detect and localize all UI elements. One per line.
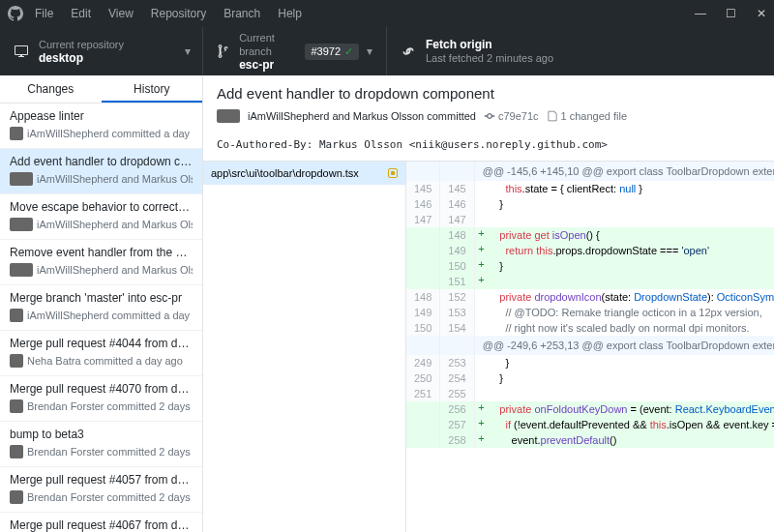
diff-line: } [488,355,774,370]
minimize-button[interactable]: — [695,7,704,20]
line-number-new: 258 [440,432,474,448]
line-number-new: 151 [440,274,474,289]
commit-item[interactable]: Merge branch 'master' into esc-priAmWill… [0,285,202,331]
commit-detail: Add event handler to dropdown component … [203,75,774,532]
commit-sha[interactable]: c79e71c [484,110,539,122]
repository-selector[interactable]: Current repository desktop ▾ [0,27,203,75]
line-number-new: 254 [440,370,474,386]
branch-icon [217,44,229,59]
line-number-new: 150 [440,258,474,274]
diff-line: } [488,258,774,274]
menu-view[interactable]: View [108,7,134,20]
commit-item-meta: Brendan Forster committed 2 days ago [27,491,193,503]
line-number-old: 150 [406,320,440,336]
commit-item[interactable]: Merge pull request #4070 from desktop/…B… [0,376,202,422]
menu-repository[interactable]: Repository [151,7,206,20]
commit-item-title: Merge pull request #4067 from desktop/… [10,518,193,532]
commit-item-title: Move escape behavior to correct compo… [10,200,193,214]
fetch-sub: Last fetched 2 minutes ago [426,51,553,65]
branch-name: esc-pr [239,58,297,72]
hunk-header: @@ -145,6 +145,10 @@ export class Toolba… [474,162,774,181]
line-number-old [406,227,440,243]
commit-item[interactable]: Merge pull request #4067 from desktop/…B… [0,513,202,532]
app-logo-icon [8,6,23,21]
line-number-new: 146 [440,196,474,212]
line-number-old: 148 [406,289,440,305]
modified-icon [388,168,398,178]
commit-item[interactable]: Appease linteriAmWillShepherd committed … [0,103,202,149]
line-number-old: 145 [406,181,440,196]
commit-item-title: Merge pull request #4057 from desktop/… [10,473,193,487]
pr-badge[interactable]: #3972✓ [305,44,359,60]
commit-item-title: Remove event handler from the branches… [10,246,193,259]
line-number-old: 147 [406,212,440,227]
diff-line: // right now it's scaled badly on normal… [488,320,774,336]
maximize-button[interactable]: ☐ [726,7,735,20]
line-number-new: 253 [440,355,474,370]
menu-file[interactable]: File [35,7,53,20]
sidebar: Changes History Appease linteriAmWillShe… [0,75,203,532]
diff-viewer[interactable]: @@ -145,6 +145,10 @@ export class Toolba… [406,162,774,532]
branch-selector[interactable]: Current branch esc-pr #3972✓ ▾ [203,27,387,75]
changed-file-list: app\src\ui\toolbar\dropdown.tsx [203,162,406,532]
line-number-new: 255 [440,386,474,401]
computer-icon [14,44,29,59]
line-number-new: 257 [440,417,474,432]
sync-icon [401,44,416,59]
commit-item-meta: Brendan Forster committed 2 days ago [27,400,193,412]
diff-line: private get isOpen() { [488,227,774,243]
commit-item[interactable]: Merge pull request #4057 from desktop/…B… [0,467,202,513]
commit-title: Add event handler to dropdown component [217,85,760,102]
changed-files[interactable]: 1 changed file [547,110,628,122]
line-number-new: 256 [440,401,474,417]
commit-item-meta: iAmWillShepherd and Markus Olsson co… [37,219,193,230]
window-controls: — ☐ ✕ [695,7,766,20]
line-number-old [406,401,440,417]
close-button[interactable]: ✕ [757,7,766,20]
check-icon: ✓ [344,45,353,58]
commit-item-title: Add event handler to dropdown compon… [10,155,193,168]
commit-item-meta: Brendan Forster committed 2 days ago [27,446,193,458]
branch-label: Current branch [239,31,297,58]
tab-changes[interactable]: Changes [0,75,102,103]
diff-line [488,386,774,401]
commit-item[interactable]: Add event handler to dropdown compon…iAm… [0,149,202,194]
line-number-old [406,243,440,258]
commit-item[interactable]: bump to beta3Brendan Forster committed 2… [0,422,202,467]
line-number-old [406,417,440,432]
app-menu: FileEditViewRepositoryBranchHelp [35,7,302,20]
repo-name: desktop [39,51,124,65]
commit-item[interactable]: Merge pull request #4044 from desktop/…N… [0,331,202,376]
commit-item-meta: iAmWillShepherd and Markus Olsson co… [37,173,193,185]
chevron-down-icon: ▾ [185,44,191,58]
diff-line: } [488,370,774,386]
diff-line [488,274,774,289]
diff-line [488,212,774,227]
commit-item[interactable]: Move escape behavior to correct compo…iA… [0,194,202,240]
commit-item[interactable]: Remove event handler from the branches…i… [0,240,202,285]
diff-line: private dropdownIcon(state: DropdownStat… [488,289,774,305]
diff-line: // @TODO: Remake triangle octicon in a 1… [488,305,774,320]
line-number-old [406,274,440,289]
diff-line: if (!event.defaultPrevented && this.isOp… [488,417,774,432]
titlebar: FileEditViewRepositoryBranchHelp — ☐ ✕ [0,0,774,27]
commit-item-title: Merge branch 'master' into esc-pr [10,291,193,305]
menu-branch[interactable]: Branch [223,7,260,20]
line-number-new: 149 [440,243,474,258]
menu-help[interactable]: Help [278,7,302,20]
line-number-new: 153 [440,305,474,320]
repo-label: Current repository [39,38,124,51]
line-number-old: 146 [406,196,440,212]
fetch-button[interactable]: Fetch origin Last fetched 2 minutes ago [387,27,567,75]
commit-item-meta: iAmWillShepherd and Markus Olsson co… [37,264,193,276]
menu-edit[interactable]: Edit [71,7,91,20]
chevron-down-icon: ▾ [367,44,372,58]
diff-line: } [488,196,774,212]
line-number-new: 147 [440,212,474,227]
line-number-old: 251 [406,386,440,401]
fetch-label: Fetch origin [426,38,553,51]
commit-item-title: Appease linter [10,109,193,123]
line-number-old: 149 [406,305,440,320]
file-item[interactable]: app\src\ui\toolbar\dropdown.tsx [203,162,405,185]
tab-history[interactable]: History [102,75,203,103]
